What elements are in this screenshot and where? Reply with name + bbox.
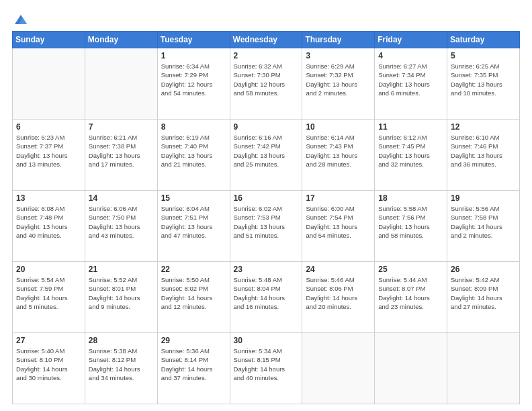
- day-number: 16: [234, 193, 299, 203]
- calendar-cell: 1Sunrise: 6:34 AM Sunset: 7:29 PM Daylig…: [157, 48, 230, 120]
- day-number: 20: [16, 265, 81, 274]
- day-info: Sunrise: 6:25 AM Sunset: 7:35 PM Dayligh…: [451, 62, 516, 97]
- day-info: Sunrise: 6:19 AM Sunset: 7:40 PM Dayligh…: [161, 133, 226, 169]
- day-number: 30: [234, 336, 299, 345]
- calendar-cell: [13, 48, 85, 120]
- week-row-0: 1Sunrise: 6:34 AM Sunset: 7:29 PM Daylig…: [13, 48, 520, 120]
- day-info: Sunrise: 6:04 AM Sunset: 7:51 PM Dayligh…: [161, 204, 226, 240]
- calendar-cell: 28Sunrise: 5:38 AM Sunset: 8:12 PM Dayli…: [85, 333, 157, 404]
- day-number: 18: [378, 193, 443, 203]
- day-number: 1: [161, 51, 226, 60]
- weekday-header-friday: Friday: [375, 32, 447, 48]
- calendar-cell: 27Sunrise: 5:40 AM Sunset: 8:10 PM Dayli…: [13, 333, 85, 404]
- day-number: 3: [306, 51, 371, 60]
- day-info: Sunrise: 6:10 AM Sunset: 7:46 PM Dayligh…: [451, 133, 516, 169]
- calendar-cell: 16Sunrise: 6:02 AM Sunset: 7:53 PM Dayli…: [230, 191, 302, 262]
- day-info: Sunrise: 6:32 AM Sunset: 7:30 PM Dayligh…: [234, 62, 299, 97]
- day-number: 5: [451, 51, 516, 60]
- day-info: Sunrise: 6:21 AM Sunset: 7:38 PM Dayligh…: [89, 133, 154, 169]
- week-row-2: 13Sunrise: 6:08 AM Sunset: 7:48 PM Dayli…: [13, 191, 520, 262]
- day-number: 9: [234, 122, 299, 132]
- calendar-cell: 2Sunrise: 6:32 AM Sunset: 7:30 PM Daylig…: [230, 48, 302, 120]
- day-info: Sunrise: 5:48 AM Sunset: 8:04 PM Dayligh…: [234, 275, 299, 311]
- day-info: Sunrise: 6:14 AM Sunset: 7:43 PM Dayligh…: [306, 133, 371, 169]
- page: SundayMondayTuesdayWednesdayThursdayFrid…: [0, 0, 532, 411]
- day-number: 27: [16, 336, 81, 345]
- day-info: Sunrise: 6:02 AM Sunset: 7:53 PM Dayligh…: [234, 204, 299, 240]
- calendar-cell: 11Sunrise: 6:12 AM Sunset: 7:45 PM Dayli…: [375, 120, 447, 191]
- day-number: 29: [161, 336, 226, 345]
- weekday-header-thursday: Thursday: [302, 32, 375, 48]
- day-number: 4: [378, 51, 443, 60]
- day-number: 24: [306, 265, 371, 274]
- day-info: Sunrise: 5:56 AM Sunset: 7:58 PM Dayligh…: [451, 204, 516, 240]
- day-info: Sunrise: 5:38 AM Sunset: 8:12 PM Dayligh…: [89, 347, 154, 382]
- day-number: 15: [161, 193, 226, 203]
- day-number: 11: [378, 122, 443, 132]
- day-info: Sunrise: 6:16 AM Sunset: 7:42 PM Dayligh…: [234, 133, 299, 169]
- calendar-cell: 5Sunrise: 6:25 AM Sunset: 7:35 PM Daylig…: [447, 48, 520, 120]
- calendar-cell: 9Sunrise: 6:16 AM Sunset: 7:42 PM Daylig…: [230, 120, 302, 191]
- weekday-header-sunday: Sunday: [13, 32, 85, 48]
- week-row-1: 6Sunrise: 6:23 AM Sunset: 7:37 PM Daylig…: [13, 120, 520, 191]
- day-number: 12: [451, 122, 516, 132]
- day-number: 28: [89, 336, 154, 345]
- calendar-cell: 26Sunrise: 5:42 AM Sunset: 8:09 PM Dayli…: [447, 262, 520, 333]
- weekday-header-monday: Monday: [85, 32, 157, 48]
- week-row-4: 27Sunrise: 5:40 AM Sunset: 8:10 PM Dayli…: [13, 333, 520, 404]
- day-number: 25: [378, 265, 443, 274]
- calendar-cell: 17Sunrise: 6:00 AM Sunset: 7:54 PM Dayli…: [302, 191, 375, 262]
- day-info: Sunrise: 6:34 AM Sunset: 7:29 PM Dayligh…: [161, 62, 226, 97]
- calendar-cell: 8Sunrise: 6:19 AM Sunset: 7:40 PM Daylig…: [157, 120, 230, 191]
- calendar-cell: 15Sunrise: 6:04 AM Sunset: 7:51 PM Dayli…: [157, 191, 230, 262]
- weekday-header-wednesday: Wednesday: [230, 32, 302, 48]
- header: [12, 12, 520, 24]
- calendar-cell: 24Sunrise: 5:46 AM Sunset: 8:06 PM Dayli…: [302, 262, 375, 333]
- day-info: Sunrise: 5:34 AM Sunset: 8:15 PM Dayligh…: [234, 347, 299, 382]
- calendar-cell: 20Sunrise: 5:54 AM Sunset: 7:59 PM Dayli…: [13, 262, 85, 333]
- calendar-table: SundayMondayTuesdayWednesdayThursdayFrid…: [12, 31, 520, 404]
- day-info: Sunrise: 5:46 AM Sunset: 8:06 PM Dayligh…: [306, 275, 371, 311]
- day-info: Sunrise: 5:58 AM Sunset: 7:56 PM Dayligh…: [378, 204, 443, 240]
- logo: [12, 12, 28, 24]
- calendar-cell: 21Sunrise: 5:52 AM Sunset: 8:01 PM Dayli…: [85, 262, 157, 333]
- day-info: Sunrise: 5:50 AM Sunset: 8:02 PM Dayligh…: [161, 275, 226, 311]
- calendar-header: SundayMondayTuesdayWednesdayThursdayFrid…: [13, 32, 520, 48]
- day-number: 17: [306, 193, 371, 203]
- day-info: Sunrise: 5:44 AM Sunset: 8:07 PM Dayligh…: [378, 275, 443, 311]
- weekday-row: SundayMondayTuesdayWednesdayThursdayFrid…: [13, 32, 520, 48]
- day-info: Sunrise: 5:42 AM Sunset: 8:09 PM Dayligh…: [451, 275, 516, 311]
- calendar-cell: 14Sunrise: 6:06 AM Sunset: 7:50 PM Dayli…: [85, 191, 157, 262]
- calendar-cell: [302, 333, 375, 404]
- day-number: 21: [89, 265, 154, 274]
- weekday-header-tuesday: Tuesday: [157, 32, 230, 48]
- calendar-cell: 13Sunrise: 6:08 AM Sunset: 7:48 PM Dayli…: [13, 191, 85, 262]
- day-info: Sunrise: 6:29 AM Sunset: 7:32 PM Dayligh…: [306, 62, 371, 97]
- day-info: Sunrise: 6:12 AM Sunset: 7:45 PM Dayligh…: [378, 133, 443, 169]
- calendar-cell: 22Sunrise: 5:50 AM Sunset: 8:02 PM Dayli…: [157, 262, 230, 333]
- calendar-cell: 29Sunrise: 5:36 AM Sunset: 8:14 PM Dayli…: [157, 333, 230, 404]
- calendar-cell: 4Sunrise: 6:27 AM Sunset: 7:34 PM Daylig…: [375, 48, 447, 120]
- day-info: Sunrise: 5:36 AM Sunset: 8:14 PM Dayligh…: [161, 347, 226, 382]
- calendar-cell: 19Sunrise: 5:56 AM Sunset: 7:58 PM Dayli…: [447, 191, 520, 262]
- day-info: Sunrise: 5:40 AM Sunset: 8:10 PM Dayligh…: [16, 347, 81, 382]
- day-number: 14: [89, 193, 154, 203]
- day-info: Sunrise: 5:52 AM Sunset: 8:01 PM Dayligh…: [89, 275, 154, 311]
- day-info: Sunrise: 5:54 AM Sunset: 7:59 PM Dayligh…: [16, 275, 81, 311]
- calendar-cell: 6Sunrise: 6:23 AM Sunset: 7:37 PM Daylig…: [13, 120, 85, 191]
- day-number: 19: [451, 193, 516, 203]
- day-number: 22: [161, 265, 226, 274]
- day-number: 7: [89, 122, 154, 132]
- day-number: 8: [161, 122, 226, 132]
- day-info: Sunrise: 6:08 AM Sunset: 7:48 PM Dayligh…: [16, 204, 81, 240]
- calendar-cell: 12Sunrise: 6:10 AM Sunset: 7:46 PM Dayli…: [447, 120, 520, 191]
- day-number: 6: [16, 122, 81, 132]
- day-number: 26: [451, 265, 516, 274]
- calendar-cell: 25Sunrise: 5:44 AM Sunset: 8:07 PM Dayli…: [375, 262, 447, 333]
- week-row-3: 20Sunrise: 5:54 AM Sunset: 7:59 PM Dayli…: [13, 262, 520, 333]
- calendar-body: 1Sunrise: 6:34 AM Sunset: 7:29 PM Daylig…: [13, 48, 520, 404]
- day-number: 23: [234, 265, 299, 274]
- day-number: 2: [234, 51, 299, 60]
- day-info: Sunrise: 6:00 AM Sunset: 7:54 PM Dayligh…: [306, 204, 371, 240]
- calendar-cell: 10Sunrise: 6:14 AM Sunset: 7:43 PM Dayli…: [302, 120, 375, 191]
